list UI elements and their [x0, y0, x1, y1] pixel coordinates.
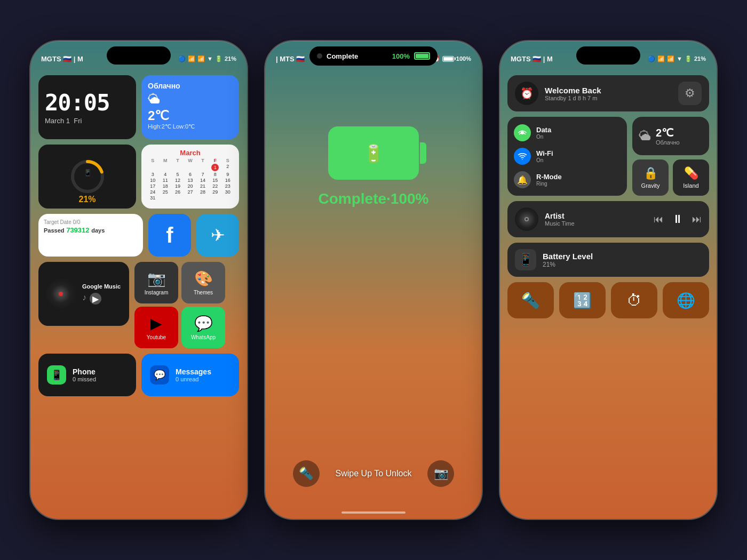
clock-widget: 20:05 March 1 Fri [38, 75, 136, 139]
telegram-icon[interactable]: ✈ [196, 214, 239, 257]
phone1-content: 20:05 March 1 Fri Облачно 🌥 2℃ High:2℃ L… [30, 70, 247, 519]
cc-bottom-row: 🔦 🔢 ⏱ 🌐 [507, 282, 709, 318]
rmode-toggle[interactable]: 🔔 R-Mode Ring [512, 168, 623, 191]
data-toggle-title: Data [536, 126, 551, 134]
cc-gear-btn[interactable]: ⚙ [678, 82, 702, 105]
cc-battery-icon: 📱 [515, 249, 536, 270]
messages-title: Messages [176, 367, 211, 376]
cc-extra-btns: 🔒 Gravity 💊 Island [632, 159, 709, 196]
phone3-notch [576, 46, 640, 65]
phone1-status-right: 🔵 📶 📶 ▼ 🔋 21% [178, 55, 236, 62]
cc-music-info: Artist Music Time [545, 212, 647, 227]
facebook-icon[interactable]: f [148, 214, 191, 257]
app-grid: 📷 Instagram 🎨 Themes ▶ Youtube 💬 WhatsAp… [134, 262, 225, 348]
phone-title: Phone [73, 367, 96, 376]
instagram-app[interactable]: 📷 Instagram [134, 262, 178, 303]
phone1-battery-text: 21% [225, 55, 236, 62]
island-icon: 💊 [684, 166, 698, 180]
charging-battery-icon: 🔋 [328, 126, 419, 180]
cc-right-col: 🌥 2℃ Облачно 🔒 Gravity 💊 Island [632, 117, 709, 196]
phone2-battery-fill [443, 57, 453, 61]
charging-battery-svg: 🔋 [347, 137, 400, 169]
phone-info: Phone 0 missed [73, 367, 96, 382]
gravity-btn[interactable]: 🔒 Gravity [632, 159, 669, 196]
cc-battery-widget: 📱 Battery Level 21% [507, 243, 709, 277]
svg-text:🔋: 🔋 [363, 143, 384, 164]
di-text: Complete [327, 52, 388, 60]
calendar-widget: March S M T W T F S 1 2 3 [141, 145, 239, 209]
messages-sub: 0 unread [176, 376, 211, 382]
youtube-app[interactable]: ▶ Youtube [134, 307, 178, 348]
cal-month: March [147, 149, 234, 157]
music-note-icon: ♪ [82, 293, 86, 305]
cc-weather-info: 2℃ Облачно [656, 126, 680, 146]
cc-music-disk [515, 207, 538, 231]
island-btn[interactable]: 💊 Island [673, 159, 709, 196]
cc-next-btn[interactable]: ⏭ [692, 214, 702, 225]
cc-calculator-btn[interactable]: 🔢 [559, 282, 606, 318]
cc-play-btn[interactable]: ⏸ [672, 212, 684, 226]
phone2-battery-bar [442, 56, 454, 62]
cal-grid: S M T W T F S 1 2 3 4 5 6 [147, 158, 234, 201]
svg-point-7 [526, 218, 528, 220]
youtube-icon: ▶ [150, 315, 162, 332]
wifi-toggle-dot [514, 148, 531, 165]
cc-prev-btn[interactable]: ⏮ [654, 214, 663, 225]
clock-time: 20:05 [45, 90, 109, 116]
swipe-up-text: Swipe Up To Unlock [336, 469, 412, 478]
target-widget: Target Date 0/0 Passed 739312 days [38, 214, 143, 257]
phone2-frame: | MTS 🇷🇺 🔵 📶 📶 ⏰ 100% Complete 100% [264, 40, 483, 520]
themes-label: Themes [194, 290, 213, 295]
gravity-icon: 🔒 [643, 166, 658, 180]
cc-welcome-sub: Standby 1 d 8 h 7 m [545, 95, 672, 101]
cc-flashlight-btn[interactable]: 🔦 [507, 282, 554, 318]
rmode-toggle-title: R-Mode [536, 173, 562, 181]
phone-widget: 📱 Phone 0 missed [38, 354, 136, 396]
whatsapp-app[interactable]: 💬 WhatsApp [181, 307, 225, 348]
cc-layers-btn[interactable]: 🌐 [663, 282, 709, 318]
phone1-frame: MGTS 🇷🇺 | M 🔵 📶 📶 ▼ 🔋 21% 20:05 March 1 … [29, 40, 248, 520]
battery-percent: 21% [78, 195, 96, 204]
cc-timer-btn[interactable]: ⏱ [611, 282, 657, 318]
wifi-toggle[interactable]: Wi-Fi On [512, 145, 623, 168]
cc-music-sub: Music Time [545, 220, 647, 227]
phone2-home-indicator [341, 511, 406, 514]
cc-music-artist: Artist [545, 212, 647, 220]
contact-row: 📱 Phone 0 missed 💬 Messages 0 unread [38, 354, 239, 396]
cc-weather-widget: 🌥 2℃ Облачно [632, 117, 709, 155]
svg-text:📱: 📱 [83, 169, 91, 177]
cc-music-controls: ⏮ ⏸ ⏭ [654, 212, 702, 226]
cc-toggle-group: Data On Wi-Fi On [507, 117, 627, 196]
phone1-carrier: MGTS 🇷🇺 | M [41, 55, 83, 63]
di-battery-fill [416, 54, 428, 58]
music-app-title: Google Music [82, 283, 123, 290]
music-info: Google Music ♪ ▶ [82, 283, 123, 305]
messages-info: Messages 0 unread [176, 367, 211, 382]
data-toggle[interactable]: Data On [512, 121, 623, 145]
phone2-content: | MTS 🇷🇺 🔵 📶 📶 ⏰ 100% Complete 100% [265, 41, 482, 519]
phone3-status-right: 🔵 📶 📶 ▼ 🔋 21% [648, 55, 706, 62]
widgets-grid: 20:05 March 1 Fri Облачно 🌥 2℃ High:2℃ L… [38, 75, 239, 209]
phone3-content: ⏰ Welcome Back Standby 1 d 8 h 7 m ⚙ [500, 70, 717, 519]
cc-weather-temp: 2℃ [656, 126, 680, 139]
instagram-label: Instagram [145, 290, 168, 295]
youtube-label: Youtube [147, 334, 166, 340]
messages-app-icon: 💬 [150, 365, 169, 385]
phone-sub: 0 missed [73, 376, 96, 382]
instagram-icon: 📷 [147, 270, 166, 287]
themes-app[interactable]: 🎨 Themes [181, 262, 225, 303]
phone2-carrier: | MTS 🇷🇺 [276, 55, 305, 63]
swipe-up-bar: 🔦 Swipe Up To Unlock 📷 [265, 460, 482, 487]
vinyl-record [45, 278, 77, 310]
flashlight-lock-btn[interactable]: 🔦 [293, 460, 320, 487]
data-icon [518, 128, 527, 138]
camera-lock-btn[interactable]: 📷 [427, 460, 454, 487]
play-btn[interactable]: ▶ [90, 293, 101, 305]
cc-battery-title: Battery Level [543, 252, 593, 261]
cc-weather-icon: 🌥 [639, 129, 651, 143]
cc-welcome-title: Welcome Back [545, 86, 672, 95]
phone3-carrier: MGTS 🇷🇺 | M [511, 55, 553, 63]
cc-welcome-widget: ⏰ Welcome Back Standby 1 d 8 h 7 m ⚙ [507, 75, 709, 111]
phone-app-icon: 📱 [47, 365, 66, 385]
messages-widget: 💬 Messages 0 unread [141, 354, 239, 396]
